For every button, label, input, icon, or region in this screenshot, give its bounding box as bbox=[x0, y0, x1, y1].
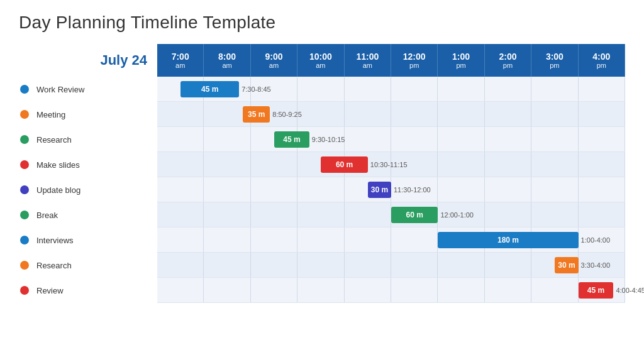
grid-cell-1-6 bbox=[438, 102, 484, 126]
task-bar-7: 30 m bbox=[555, 257, 578, 273]
grid-cell-2-8 bbox=[531, 127, 578, 151]
grid-cell-2-4 bbox=[345, 127, 391, 151]
grid-cell-2-0 bbox=[157, 127, 204, 151]
page-title: Day Planning Timeline Template bbox=[19, 13, 625, 33]
grid-cell-1-7 bbox=[485, 102, 531, 126]
dot-wrapper bbox=[19, 85, 30, 94]
grid-panel: 7:00am8:00am9:00am10:00am11:00am12:00pm1… bbox=[157, 44, 625, 303]
grid-cell-7-2 bbox=[251, 253, 297, 277]
grid-cell-5-9 bbox=[579, 202, 625, 227]
task-name-label: Research bbox=[36, 261, 72, 270]
grid-cell-6-4 bbox=[345, 228, 391, 252]
dot-wrapper bbox=[19, 110, 30, 119]
grid-cell-7-6 bbox=[438, 253, 484, 277]
header-cell-2: 9:00am bbox=[251, 44, 297, 77]
task-name-label: Make slides bbox=[36, 160, 80, 170]
header-row: 7:00am8:00am9:00am10:00am11:00am12:00pm1… bbox=[157, 44, 625, 77]
grid-cell-0-6 bbox=[438, 77, 484, 101]
task-dot bbox=[20, 261, 29, 270]
task-labels: Work ReviewMeetingResearchMake slidesUpd… bbox=[19, 77, 157, 303]
header-cell-5: 12:00pm bbox=[391, 44, 438, 77]
header-cell-8: 3:00pm bbox=[531, 44, 578, 77]
grid-cell-5-8 bbox=[531, 202, 578, 227]
time-label-6: 1:00-4:00 bbox=[581, 236, 610, 244]
task-name-label: Break bbox=[36, 211, 58, 220]
time-label-4: 11:30-12:00 bbox=[394, 186, 431, 194]
header-cell-6: 1:00pm bbox=[438, 44, 484, 77]
grid-cell-3-7 bbox=[485, 152, 531, 177]
task-label-row-0: Work Review bbox=[19, 77, 157, 102]
header-cell-9: 4:00pm bbox=[579, 44, 625, 77]
grid-cell-3-2 bbox=[251, 152, 297, 177]
time-label-2: 9:30-10:15 bbox=[312, 136, 345, 143]
grid-cell-1-0 bbox=[157, 102, 204, 126]
grid-cell-5-4 bbox=[345, 202, 391, 227]
task-name-label: Update blog bbox=[36, 185, 80, 195]
grid-cell-4-8 bbox=[531, 177, 578, 202]
grid-cell-8-8 bbox=[531, 278, 578, 302]
dot-wrapper bbox=[19, 185, 30, 194]
grid-cell-8-2 bbox=[251, 278, 297, 302]
header-cell-1: 8:00am bbox=[204, 44, 250, 77]
grid-cell-8-7 bbox=[485, 278, 531, 302]
task-label-row-6: Interviews bbox=[19, 228, 157, 253]
data-row-1 bbox=[157, 102, 625, 127]
data-row-4 bbox=[157, 177, 625, 202]
grid-cell-0-8 bbox=[531, 77, 578, 101]
grid-cell-6-0 bbox=[157, 228, 204, 252]
grid-cell-8-3 bbox=[297, 278, 344, 302]
grid-cell-0-9 bbox=[579, 77, 625, 101]
time-label-7: 3:30-4:00 bbox=[581, 261, 610, 269]
dot-wrapper bbox=[19, 211, 30, 219]
grid-cell-2-7 bbox=[485, 127, 531, 151]
grid-cell-8-6 bbox=[438, 278, 484, 302]
grid-cell-5-1 bbox=[204, 202, 250, 227]
grid-cell-3-0 bbox=[157, 152, 204, 177]
task-dot bbox=[20, 85, 29, 94]
grid-cell-4-7 bbox=[485, 177, 531, 202]
header-cell-4: 11:00am bbox=[345, 44, 391, 77]
grid-cell-4-9 bbox=[579, 177, 625, 202]
grid-cell-6-5 bbox=[391, 228, 438, 252]
task-dot bbox=[20, 211, 29, 219]
grid-cell-4-3 bbox=[297, 177, 344, 202]
task-label-row-5: Break bbox=[19, 202, 157, 228]
grid-cell-1-9 bbox=[579, 102, 625, 126]
grid-cell-6-1 bbox=[204, 228, 250, 252]
task-name-label: Review bbox=[36, 286, 64, 295]
time-label-8: 4:00-4:45 bbox=[616, 287, 644, 294]
grid-cell-0-5 bbox=[391, 77, 438, 101]
grid-cell-7-4 bbox=[345, 253, 391, 277]
time-label-3: 10:30-11:15 bbox=[370, 161, 408, 168]
grid-cell-3-8 bbox=[531, 152, 578, 177]
grid-cell-2-6 bbox=[438, 127, 484, 151]
task-name-label: Work Review bbox=[36, 85, 84, 94]
date-cell: July 24 bbox=[19, 44, 157, 77]
task-label-row-2: Research bbox=[19, 127, 157, 152]
time-label-0: 7:30-8:45 bbox=[242, 85, 270, 93]
task-name-label: Interviews bbox=[36, 236, 74, 245]
grid-cell-0-3 bbox=[297, 77, 344, 101]
grid-cell-4-6 bbox=[438, 177, 484, 202]
dot-wrapper bbox=[19, 160, 30, 169]
grid-cell-0-4 bbox=[345, 77, 391, 101]
time-label-1: 8:50-9:25 bbox=[272, 111, 301, 118]
task-dot bbox=[20, 110, 29, 119]
grid-cell-8-5 bbox=[391, 278, 438, 302]
task-bar-4: 30 m bbox=[368, 182, 391, 198]
grid-cell-6-2 bbox=[251, 228, 297, 252]
grid-cell-5-0 bbox=[157, 202, 204, 227]
left-panel: July 24 Work ReviewMeetingResearchMake s… bbox=[19, 44, 157, 303]
grid-cell-3-6 bbox=[438, 152, 484, 177]
grid-cell-7-5 bbox=[391, 253, 438, 277]
header-cell-0: 7:00am bbox=[157, 44, 204, 77]
header-cell-3: 10:00am bbox=[297, 44, 344, 77]
task-bar-0: 45 m bbox=[180, 81, 239, 97]
rows-wrapper: 45 m7:30-8:4535 m8:50-9:2545 m9:30-10:15… bbox=[157, 77, 625, 303]
grid-cell-2-9 bbox=[579, 127, 625, 151]
grid-cell-5-7 bbox=[485, 202, 531, 227]
task-label-row-3: Make slides bbox=[19, 152, 157, 177]
grid-cell-3-1 bbox=[204, 152, 250, 177]
dot-wrapper bbox=[19, 261, 30, 270]
grid-cell-8-4 bbox=[345, 278, 391, 302]
